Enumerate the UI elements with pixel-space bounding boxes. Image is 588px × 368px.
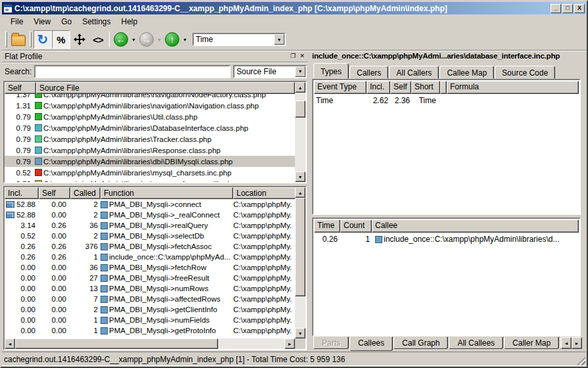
column-header-incl[interactable]: Incl. bbox=[367, 81, 390, 94]
tab-callers[interactable]: Callers bbox=[350, 66, 388, 79]
file-row[interactable]: 0.79C:\xampp\phpMyAdmin\libraries\Databa… bbox=[5, 122, 295, 133]
close-panel-icon[interactable]: ✕ bbox=[298, 53, 307, 61]
back-dropdown[interactable]: ▼ bbox=[130, 30, 137, 49]
main-area: Flat Profile ❐ ✕ Search: Source File ▼ S… bbox=[2, 51, 586, 352]
function-row[interactable]: 0.260.26376PMA_DBI_Mysqli->fetchAssocC:\… bbox=[5, 241, 295, 252]
column-header-callee[interactable]: Callee bbox=[372, 219, 579, 233]
move-button[interactable] bbox=[70, 30, 89, 49]
column-header-spacer[interactable] bbox=[440, 81, 447, 94]
float-panel-icon[interactable]: ❐ bbox=[288, 53, 298, 61]
group-select[interactable]: Source File ▼ bbox=[233, 65, 307, 78]
menu-file[interactable]: File bbox=[6, 16, 28, 28]
scroll-right-icon[interactable]: ► bbox=[572, 337, 582, 349]
expand-button[interactable]: <> bbox=[89, 30, 107, 49]
file-row[interactable]: 0.79C:\xampp\phpMyAdmin\libraries\Util.c… bbox=[5, 111, 295, 122]
function-row[interactable]: 3.140.2636PMA_DBI_Mysqli->realQueryC:\xa… bbox=[5, 220, 295, 231]
tab-types[interactable]: Types bbox=[313, 63, 349, 79]
column-header-called[interactable]: Called bbox=[70, 187, 101, 199]
maximize-button[interactable]: □ bbox=[562, 4, 573, 13]
menu-help[interactable]: Help bbox=[117, 16, 143, 28]
tab-callees[interactable]: Callees bbox=[350, 336, 393, 351]
open-file-button[interactable] bbox=[9, 30, 28, 49]
tab-parts[interactable]: Parts bbox=[313, 336, 349, 349]
scroll-up-icon[interactable]: ▲ bbox=[295, 187, 305, 198]
called-value: 36 bbox=[70, 221, 101, 229]
tab-source-code[interactable]: Source Code bbox=[495, 66, 555, 79]
title-bar[interactable]: C:\xampp\tmp\cachegrind.out.1416463299-C… bbox=[2, 2, 586, 14]
column-header-self[interactable]: Self bbox=[5, 82, 36, 94]
scrollbar-thumb[interactable] bbox=[15, 338, 218, 349]
resize-grip[interactable] bbox=[577, 357, 585, 365]
tab-all-callees[interactable]: All Callees bbox=[449, 336, 503, 349]
event-type-row[interactable]: Time 2.62 2.36 Time bbox=[313, 95, 579, 106]
column-header-short[interactable]: Short bbox=[411, 81, 440, 94]
self-value: 0.00 bbox=[39, 285, 70, 292]
file-row[interactable]: 0.52C:\xampp\phpMyAdmin\libraries\mysql_… bbox=[5, 167, 295, 178]
function-row[interactable]: 0.000.0027PMA_DBI_Mysqli->freeResultC:\x… bbox=[5, 273, 295, 283]
scroll-down-icon[interactable]: ▼ bbox=[295, 328, 305, 338]
column-header-count[interactable]: Count bbox=[340, 219, 372, 233]
minimize-button[interactable]: _ bbox=[551, 4, 561, 13]
function-row[interactable]: 0.000.001PMA_DBI_Mysqli->getProtoInfoC:\… bbox=[5, 325, 295, 336]
menu-view[interactable]: View bbox=[29, 16, 55, 28]
function-row[interactable]: 0.000.001PMA_DBI_Mysqli->numFieldsC:\xam… bbox=[5, 315, 295, 325]
file-row[interactable]: 1.37C:\xampp\phpMyAdmin\libraries\naviga… bbox=[5, 94, 295, 100]
function-row[interactable]: 0.520.002PMA_DBI_Mysqli->selectDbC:\xamp… bbox=[5, 231, 295, 241]
forward-button[interactable]: → bbox=[137, 30, 156, 49]
column-header-formula[interactable]: Formula bbox=[447, 81, 579, 94]
function-row[interactable]: 52.880.002PMA_DBI_Mysqli->connectC:\xamp… bbox=[5, 199, 295, 210]
toolbar-handle[interactable] bbox=[30, 32, 32, 47]
function-row[interactable]: 0.000.0036PMA_DBI_Mysqli->fetchRowC:\xam… bbox=[5, 262, 295, 273]
percent-icon: % bbox=[57, 34, 65, 45]
function-row[interactable]: 0.260.261include_once::C:\xampp\phpMyAd.… bbox=[5, 252, 295, 262]
up-button[interactable]: ↑ bbox=[163, 30, 181, 49]
menu-settings[interactable]: Settings bbox=[78, 16, 115, 28]
function-row[interactable]: 0.000.002PMA_DBI_Mysqli->getClientInfoC:… bbox=[5, 304, 295, 315]
tab-callee-map[interactable]: Callee Map bbox=[440, 66, 494, 79]
function-table-vscrollbar[interactable]: ▲ ▼ bbox=[295, 187, 305, 338]
up-dropdown[interactable]: ▼ bbox=[181, 30, 189, 49]
menu-go[interactable]: Go bbox=[57, 16, 76, 28]
toolbar-handle[interactable] bbox=[5, 32, 7, 47]
file-list-vscrollbar[interactable]: ▲ ▼ bbox=[295, 82, 305, 182]
column-header-time[interactable]: Time bbox=[314, 219, 340, 233]
close-button[interactable]: X bbox=[574, 4, 585, 13]
column-header-function[interactable]: Function bbox=[101, 187, 233, 199]
scroll-up-icon[interactable]: ▲ bbox=[295, 82, 305, 93]
chevron-down-icon[interactable]: ▼ bbox=[295, 66, 305, 77]
forward-dropdown[interactable]: ▼ bbox=[156, 30, 163, 49]
scroll-left-icon[interactable]: ◄ bbox=[5, 338, 15, 349]
tab-caller-map[interactable]: Caller Map bbox=[504, 336, 559, 349]
function-row[interactable]: 0.000.0013PMA_DBI_Mysqli->numRowsC:\xamp… bbox=[5, 283, 295, 294]
refresh-button[interactable]: ↻ bbox=[34, 30, 52, 49]
flat-profile-titlebar[interactable]: Flat Profile ❐ ✕ bbox=[2, 51, 308, 62]
tab-call-graph[interactable]: Call Graph bbox=[394, 336, 448, 349]
scroll-right-icon[interactable]: ► bbox=[284, 338, 295, 349]
column-header-self[interactable]: Self bbox=[390, 81, 411, 94]
column-header-self[interactable]: Self bbox=[39, 187, 70, 199]
column-header-event-type[interactable]: Event Type bbox=[314, 81, 367, 94]
file-row[interactable]: 1.31C:\xampp\phpMyAdmin\libraries\naviga… bbox=[5, 100, 295, 111]
file-row[interactable]: 0.79C:\xampp\phpMyAdmin\libraries\Respon… bbox=[5, 145, 295, 156]
scroll-left-icon[interactable]: ◄ bbox=[561, 337, 572, 349]
search-input[interactable] bbox=[34, 65, 231, 78]
scrollbar-thumb[interactable] bbox=[295, 101, 305, 118]
chevron-down-icon[interactable]: ▼ bbox=[274, 34, 284, 45]
back-button[interactable]: ← bbox=[112, 30, 130, 49]
self-value: 0.00 bbox=[39, 306, 70, 313]
column-header-incl[interactable]: Incl. bbox=[5, 187, 39, 199]
incl-cell: 52.88 bbox=[5, 211, 39, 219]
callee-row[interactable]: 0.26 1 include_once::C:\xampp\phpMyAdmin… bbox=[313, 233, 579, 245]
file-row[interactable]: 0.79C:\xampp\phpMyAdmin\libraries\dbi\DB… bbox=[5, 156, 295, 167]
file-row[interactable]: 0.79C:\xampp\phpMyAdmin\libraries\Tracke… bbox=[5, 133, 295, 145]
percent-toggle-button[interactable]: % bbox=[52, 30, 70, 49]
function-row[interactable]: 0.000.007PMA_DBI_Mysqli->affectedRowsC:\… bbox=[5, 294, 295, 304]
tab-all-callers[interactable]: All Callers bbox=[389, 66, 439, 79]
event-type-select[interactable]: Time ▼ bbox=[192, 33, 286, 46]
column-header-source-file[interactable]: Source File bbox=[36, 82, 295, 94]
function-table-hscrollbar[interactable]: ◄ ► bbox=[5, 338, 295, 349]
file-row[interactable]: 0.52C:\xampp\phpMyAdmin\libraries\user_p… bbox=[5, 178, 295, 182]
function-row[interactable]: 52.880.002PMA_DBI_Mysqli->_realConnectC:… bbox=[5, 210, 295, 220]
scroll-down-icon[interactable]: ▼ bbox=[295, 172, 305, 182]
scrollbar-thumb[interactable] bbox=[295, 198, 305, 296]
